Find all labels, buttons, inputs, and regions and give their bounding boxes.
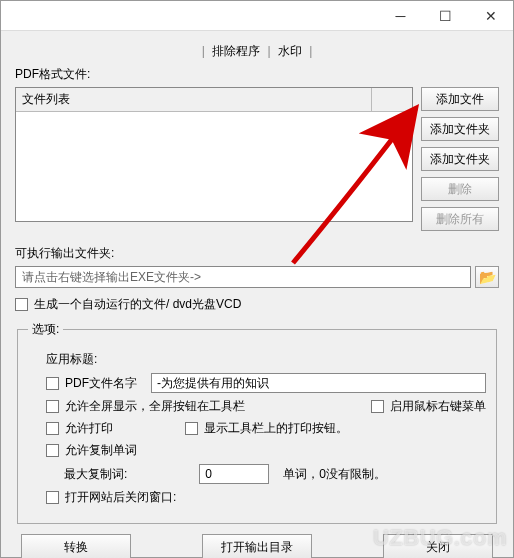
options-group: 选项: 应用标题: PDF文件名字 允许全屏显示，全屏按钮在工具栏 启用鼠标右键… [17, 321, 497, 524]
pdf-files-label: PDF格式文件: [15, 66, 499, 83]
add-file-button[interactable]: 添加文件 [421, 87, 499, 111]
file-list-col-name[interactable]: 文件列表 [16, 88, 372, 111]
max-copy-label: 最大复制词: [64, 466, 127, 483]
tab-exclude[interactable]: 排除程序 [212, 44, 260, 58]
close-window-button[interactable]: ✕ [468, 1, 513, 30]
fullscreen-checkbox[interactable] [46, 400, 59, 413]
autorun-checkbox[interactable] [15, 298, 28, 311]
pdf-name-input[interactable] [151, 373, 486, 393]
show-print-btn-label: 显示工具栏上的打印按钮。 [204, 420, 348, 437]
options-legend: 选项: [28, 321, 63, 338]
rightclick-label: 启用鼠标右键菜单 [390, 398, 486, 415]
allow-print-label: 允许打印 [65, 420, 113, 437]
show-print-btn-checkbox[interactable] [185, 422, 198, 435]
tab-watermark[interactable]: 水印 [278, 44, 302, 58]
add-folder2-button[interactable]: 添加文件夹 [421, 147, 499, 171]
max-copy-input[interactable] [199, 464, 269, 484]
output-folder-label: 可执行输出文件夹: [15, 245, 499, 262]
convert-button[interactable]: 转换 [21, 534, 131, 558]
fullscreen-label: 允许全屏显示，全屏按钮在工具栏 [65, 398, 245, 415]
open-output-button[interactable]: 打开输出目录 [202, 534, 312, 558]
allow-print-checkbox[interactable] [46, 422, 59, 435]
max-copy-suffix: 单词，0没有限制。 [283, 466, 386, 483]
add-folder-button[interactable]: 添加文件夹 [421, 117, 499, 141]
bottom-bar: 转换 打开输出目录 关闭 [15, 524, 499, 558]
maximize-button[interactable]: ☐ [423, 1, 468, 30]
allow-copy-checkbox[interactable] [46, 444, 59, 457]
file-list-header: 文件列表 [16, 88, 412, 112]
delete-all-button[interactable]: 删除所有 [421, 207, 499, 231]
autorun-label: 生成一个自动运行的文件/ dvd光盘VCD [34, 296, 241, 313]
browse-folder-button[interactable]: 📂 [475, 266, 499, 288]
side-buttons: 添加文件 添加文件夹 添加文件夹 删除 删除所有 [421, 87, 499, 231]
minimize-button[interactable]: ─ [378, 1, 423, 30]
content-area: | 排除程序 | 水印 | PDF格式文件: 文件列表 添加文件 添加文件夹 添… [1, 31, 513, 558]
output-section: 可执行输出文件夹: 请点击右键选择输出EXE文件夹-> 📂 [15, 245, 499, 288]
app-window: ─ ☐ ✕ | 排除程序 | 水印 | PDF格式文件: 文件列表 添加文件 添… [0, 0, 514, 558]
folder-icon: 📂 [479, 269, 496, 285]
file-list-col-extra[interactable] [372, 88, 412, 111]
allow-copy-label: 允许复制单词 [65, 442, 137, 459]
file-area: 文件列表 添加文件 添加文件夹 添加文件夹 删除 删除所有 [15, 87, 499, 231]
output-folder-input[interactable]: 请点击右键选择输出EXE文件夹-> [15, 266, 471, 288]
pdf-name-checkbox[interactable] [46, 377, 59, 390]
titlebar: ─ ☐ ✕ [1, 1, 513, 31]
pdf-name-label: PDF文件名字 [65, 375, 137, 392]
close-after-nav-label: 打开网站后关闭窗口: [65, 489, 176, 506]
tab-bar: | 排除程序 | 水印 | [15, 43, 499, 60]
close-button[interactable]: 关闭 [383, 534, 493, 558]
app-title-label: 应用标题: [46, 351, 97, 368]
delete-button[interactable]: 删除 [421, 177, 499, 201]
close-after-nav-checkbox[interactable] [46, 491, 59, 504]
file-list-table[interactable]: 文件列表 [15, 87, 413, 222]
rightclick-checkbox[interactable] [371, 400, 384, 413]
